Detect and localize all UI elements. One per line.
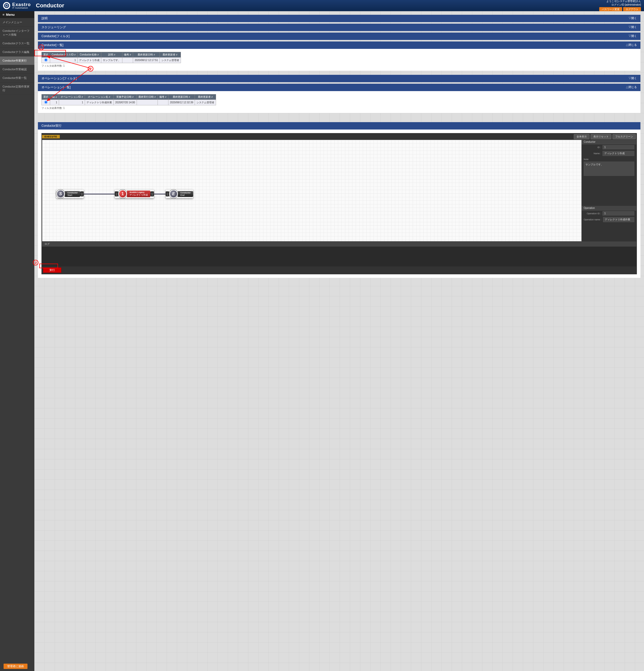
sp-operation-header: Operation bbox=[582, 206, 636, 211]
col-header[interactable]: 備考⇵ bbox=[157, 94, 168, 100]
sidebar-item-2[interactable]: Conductorクラス一覧 bbox=[0, 39, 34, 48]
start-icon: S bbox=[56, 190, 65, 198]
col-header[interactable]: 選択 bbox=[42, 52, 50, 58]
col-header[interactable]: No⇵ bbox=[50, 94, 59, 100]
panel-title: オペレーション[一覧] bbox=[41, 85, 71, 90]
col-header[interactable]: 実施予定日時⇵ bbox=[113, 94, 137, 100]
panel-title: オペレーション[フィルタ] bbox=[41, 76, 77, 81]
col-header[interactable]: 最終実行日時⇵ bbox=[137, 94, 157, 100]
col-header[interactable]: 最終更新日時⇵ bbox=[133, 52, 160, 58]
cell-id: 1 bbox=[50, 58, 78, 63]
out-port[interactable]: OUT bbox=[80, 191, 84, 197]
col-header[interactable]: 最終更新日時⇵ bbox=[168, 94, 195, 100]
sidebar-item-0[interactable]: メインメニュー bbox=[0, 18, 34, 27]
col-header[interactable]: オペレーション名⇵ bbox=[85, 94, 113, 100]
panel-operation-list[interactable]: オペレーション[一覧] △閉じる bbox=[38, 84, 641, 91]
main-content: 説明 ▽開く スケジューリング ▽開く Conductor[フィルタ] ▽開く … bbox=[34, 11, 644, 671]
cell-note bbox=[122, 58, 133, 63]
panel-conductor-list[interactable]: Conductor[一覧] △閉じる bbox=[38, 41, 641, 49]
panel-title: Conductor[一覧] bbox=[41, 43, 63, 47]
cell-last bbox=[137, 100, 157, 105]
cell-no: 1 bbox=[50, 100, 59, 105]
start-node[interactable]: S Conductor Start OUT bbox=[56, 190, 84, 198]
hamburger-icon: ≡ bbox=[2, 13, 4, 16]
cell-plan: 2020/07/20 14:00 bbox=[113, 100, 137, 105]
col-header[interactable]: 最終更新者⇵ bbox=[195, 94, 216, 100]
sp-opid-value: 1 bbox=[603, 211, 634, 216]
node-type: Ansible Legacy bbox=[129, 191, 148, 193]
col-header[interactable]: 説明⇵ bbox=[101, 52, 122, 58]
log-header: ログ bbox=[42, 241, 636, 246]
sidebar-item-7[interactable]: Conductor定期作業実行 bbox=[0, 83, 34, 95]
sidebar-item-4[interactable]: Conductor作業実行 bbox=[0, 56, 34, 65]
end-icon: E bbox=[169, 190, 178, 198]
log-body bbox=[42, 246, 636, 266]
sidebar-item-6[interactable]: Conductor作業一覧 bbox=[0, 74, 34, 83]
toggle-icon: ▽開く bbox=[629, 76, 637, 81]
toggle-icon: △閉じる bbox=[626, 43, 637, 47]
col-header[interactable]: 選択 bbox=[42, 94, 50, 100]
menu-header-label: Menu bbox=[6, 13, 15, 16]
reset-view-button[interactable]: 表示リセット bbox=[591, 134, 611, 139]
in-port[interactable]: IN bbox=[115, 191, 118, 197]
operation-select-radio[interactable] bbox=[44, 101, 48, 104]
cell-updated: 2020/08/12 12:17:51 bbox=[133, 58, 160, 63]
col-header[interactable]: ConductorクラスID⇵ bbox=[50, 52, 78, 58]
menu-header[interactable]: ≡ Menu bbox=[0, 11, 34, 18]
in-port[interactable]: IN bbox=[166, 191, 169, 197]
sidebar-item-5[interactable]: Conductor作業確認 bbox=[0, 65, 34, 74]
conductor-list-body: 選択ConductorクラスID⇵Conductor名称⇵説明⇵備考⇵最終更新日… bbox=[38, 49, 641, 71]
panel-description[interactable]: 説明 ▽開く bbox=[38, 15, 641, 22]
workflow-canvas[interactable]: S Conductor Start OUT IN 1 bbox=[42, 140, 582, 241]
sp-conductor-header: Conductor bbox=[582, 140, 636, 144]
node-label: Start bbox=[67, 194, 78, 197]
conductor-select-radio[interactable] bbox=[44, 58, 48, 62]
contact-admin-button[interactable]: 管理者に連絡 bbox=[3, 663, 27, 669]
sp-note-label: Note bbox=[584, 158, 589, 161]
sp-opname-label: Operation name : bbox=[584, 218, 602, 221]
panel-conductor-filter[interactable]: Conductor[フィルタ] ▽開く bbox=[38, 33, 641, 40]
sp-note-value: サンプルです。 bbox=[584, 162, 634, 176]
sp-name-value: ディレクトリ作成 bbox=[603, 151, 634, 156]
out-port[interactable]: OUT bbox=[150, 191, 154, 197]
header-user-area: ようこそ[システム管理者]さん ログインID [administrator] パ… bbox=[599, 0, 641, 12]
execute-button[interactable]: 実行 bbox=[43, 267, 61, 273]
cell-updater: システム管理者 bbox=[160, 58, 181, 63]
cell-updated: 2020/08/12 12:32:39 bbox=[168, 100, 195, 105]
node-label: ディレクトリ作成 bbox=[129, 193, 148, 197]
execute-tab[interactable]: EXECUTE bbox=[42, 135, 60, 138]
brand-name: Exastro bbox=[12, 2, 31, 7]
sp-opid-label: Operation ID : bbox=[584, 212, 601, 215]
sidebar-item-3[interactable]: Conductorクラス編集 bbox=[0, 48, 34, 56]
cell-name: ディレクトリ作成 bbox=[78, 58, 101, 63]
table-row: 1 1 ディレクトリ作成作業 2020/07/20 14:00 2020/08/… bbox=[42, 100, 216, 105]
conductor-table: 選択ConductorクラスID⇵Conductor名称⇵説明⇵備考⇵最終更新日… bbox=[41, 52, 181, 63]
movement-number-icon: 1 bbox=[118, 190, 127, 198]
col-header[interactable]: 最終更新者⇵ bbox=[160, 52, 181, 58]
fullscreen-button[interactable]: フルスクリーン bbox=[613, 134, 636, 139]
login-id-text: ログインID [administrator] bbox=[599, 3, 641, 7]
movement-node[interactable]: IN 1 Ansible Legacy ディレクトリ作成 OUT bbox=[115, 190, 154, 198]
operation-list-body: 選択No⇵オペレーションID⇵オペレーション名⇵実施予定日時⇵最終実行日時⇵備考… bbox=[38, 91, 641, 113]
cell-name: ディレクトリ作成作業 bbox=[85, 100, 113, 105]
cell-id: 1 bbox=[59, 100, 85, 105]
toggle-icon: △閉じる bbox=[626, 85, 637, 90]
app-header: Exastro IT Automation Conductor ようこそ[システ… bbox=[0, 0, 644, 11]
panel-operation-filter[interactable]: オペレーション[フィルタ] ▽開く bbox=[38, 75, 641, 82]
end-node[interactable]: IN E Conductor End bbox=[166, 190, 193, 198]
logo: Exastro IT Automation bbox=[3, 2, 31, 9]
logo-icon bbox=[3, 2, 10, 9]
sp-opname-value: ディレクトリ作成作業 bbox=[603, 217, 634, 222]
col-header[interactable]: Conductor名称⇵ bbox=[78, 52, 101, 58]
panel-scheduling[interactable]: スケジューリング ▽開く bbox=[38, 24, 641, 31]
sp-name-label: Name : bbox=[584, 152, 601, 155]
cell-desc: サンプルです。 bbox=[101, 58, 122, 63]
fit-button[interactable]: 全体表示 bbox=[574, 134, 590, 139]
operation-table: 選択No⇵オペレーションID⇵オペレーション名⇵実施予定日時⇵最終実行日時⇵備考… bbox=[41, 94, 216, 105]
cell-note bbox=[157, 100, 168, 105]
col-header[interactable]: オペレーションID⇵ bbox=[59, 94, 85, 100]
sidebar-item-1[interactable]: Conductorインターフェース情報 bbox=[0, 27, 34, 39]
operation-count: フィルタ結果件数: 1 bbox=[41, 106, 637, 110]
col-header[interactable]: 備考⇵ bbox=[122, 52, 133, 58]
wire bbox=[82, 194, 116, 194]
